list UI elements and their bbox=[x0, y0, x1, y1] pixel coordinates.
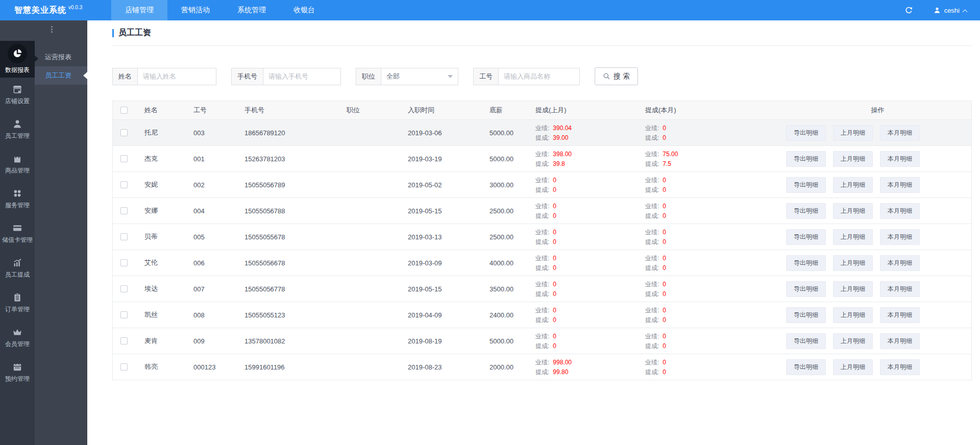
position-select[interactable]: 全部 bbox=[381, 68, 458, 85]
this-month-detail-button[interactable]: 本月明细 bbox=[880, 281, 920, 297]
name-filter-label: 姓名 bbox=[112, 68, 137, 85]
row-checkbox[interactable] bbox=[120, 181, 128, 188]
sidebar-item-store-settings[interactable]: 店铺设置 bbox=[0, 78, 35, 112]
export-detail-button[interactable]: 导出明细 bbox=[786, 125, 826, 141]
last-month-detail-button[interactable]: 上月明细 bbox=[833, 177, 873, 193]
row-checkbox[interactable] bbox=[120, 129, 128, 136]
title-accent-bar bbox=[112, 29, 114, 37]
sidebar-item-member-management[interactable]: 会员管理 bbox=[0, 320, 35, 355]
this-month-commission: 业绩:0 提成:0 bbox=[636, 254, 784, 272]
row-actions: 导出明细 上月明细 本月明细 bbox=[784, 151, 971, 167]
employee-phone: 15055055678 bbox=[235, 233, 337, 241]
export-detail-button[interactable]: 导出明细 bbox=[786, 229, 826, 245]
export-detail-button[interactable]: 导出明细 bbox=[786, 203, 826, 219]
sidebar-item-employee-management[interactable]: 员工管理 bbox=[0, 112, 35, 147]
filter-position: 职位 全部 bbox=[356, 68, 458, 85]
col-header-position: 职位 bbox=[337, 106, 399, 115]
this-month-detail-button[interactable]: 本月明细 bbox=[880, 333, 920, 349]
last-month-detail-button[interactable]: 上月明细 bbox=[833, 333, 873, 349]
last-month-detail-button[interactable]: 上月明细 bbox=[833, 359, 873, 375]
sidebar-item-stored-value-card[interactable]: 储值卡管理 bbox=[0, 216, 35, 251]
last-month-detail-button[interactable]: 上月明细 bbox=[833, 151, 873, 167]
sidebar-item-order-management[interactable]: 订单管理 bbox=[0, 286, 35, 320]
export-detail-button[interactable]: 导出明细 bbox=[786, 359, 826, 375]
employee-name: 凯丝 bbox=[135, 310, 184, 319]
base-salary: 2000.00 bbox=[480, 363, 526, 371]
row-checkbox[interactable] bbox=[120, 155, 128, 162]
row-checkbox[interactable] bbox=[120, 285, 128, 292]
last-month-detail-button[interactable]: 上月明细 bbox=[833, 281, 873, 297]
export-detail-button[interactable]: 导出明细 bbox=[786, 177, 826, 193]
last-month-detail-button[interactable]: 上月明细 bbox=[833, 255, 873, 271]
col-header-hire-date: 入职时间 bbox=[399, 106, 480, 115]
this-month-commission-value: 0 bbox=[663, 316, 666, 324]
export-detail-button[interactable]: 导出明细 bbox=[786, 281, 826, 297]
row-checkbox[interactable] bbox=[120, 233, 128, 240]
phone-input[interactable] bbox=[263, 68, 341, 85]
refresh-icon[interactable] bbox=[904, 6, 913, 15]
this-month-detail-button[interactable]: 本月明细 bbox=[880, 255, 920, 271]
username: ceshi bbox=[944, 7, 960, 14]
employee-phone: 15055056789 bbox=[235, 181, 337, 189]
submenu-item-operation-reports[interactable]: 运营报表 bbox=[35, 48, 87, 66]
sidebar-item-data-reports[interactable]: 数据报表 bbox=[0, 41, 35, 78]
row-checkbox[interactable] bbox=[120, 207, 128, 214]
this-month-detail-button[interactable]: 本月明细 bbox=[880, 177, 920, 193]
main-menu: 店铺管理 营销活动 系统管理 收银台 bbox=[111, 0, 329, 20]
search-button[interactable]: 搜 索 bbox=[595, 67, 638, 85]
sidebar-item-employee-commission[interactable]: 员工提成 bbox=[0, 251, 35, 286]
select-all-checkbox[interactable] bbox=[120, 107, 128, 114]
row-checkbox[interactable] bbox=[120, 311, 128, 318]
this-month-detail-button[interactable]: 本月明细 bbox=[880, 307, 920, 323]
menu-item-store-management[interactable]: 店铺管理 bbox=[111, 0, 167, 20]
row-checkbox[interactable] bbox=[120, 337, 128, 344]
employee-id: 009 bbox=[184, 337, 235, 345]
sidebar-item-appointment-management[interactable]: 预约管理 bbox=[0, 355, 35, 390]
table-row: 安娜 004 15055056788 2019-05-15 2500.00 业绩… bbox=[113, 197, 971, 224]
row-actions: 导出明细 上月明细 本月明细 bbox=[784, 255, 971, 271]
this-month-detail-button[interactable]: 本月明细 bbox=[880, 359, 920, 375]
this-month-performance-value: 0 bbox=[663, 307, 666, 314]
this-month-detail-button[interactable]: 本月明细 bbox=[880, 125, 920, 141]
menu-item-system[interactable]: 系统管理 bbox=[224, 0, 280, 20]
export-detail-button[interactable]: 导出明细 bbox=[786, 255, 826, 271]
phone-filter-label: 手机号 bbox=[231, 68, 263, 85]
sidebar-item-product-management[interactable]: 商品管理 bbox=[0, 147, 35, 182]
last-month-detail-button[interactable]: 上月明细 bbox=[833, 203, 873, 219]
submenu-item-employee-salary[interactable]: 员工工资 bbox=[35, 66, 87, 85]
employee-phone: 15055056788 bbox=[235, 207, 337, 215]
employee-phone: 15055056778 bbox=[235, 285, 337, 293]
left-panel: 数据报表 店铺设置 员工管理 商品管理 服务管理 储值卡管理 bbox=[0, 20, 87, 445]
hire-date: 2019-04-09 bbox=[399, 311, 480, 319]
menu-item-cashier[interactable]: 收银台 bbox=[280, 0, 329, 20]
sidebar-item-service-management[interactable]: 服务管理 bbox=[0, 182, 35, 216]
crown-icon bbox=[12, 327, 22, 337]
table-row: 韩亮 000123 15991601196 2019-08-23 2000.00… bbox=[113, 354, 971, 380]
last-month-detail-button[interactable]: 上月明细 bbox=[833, 125, 873, 141]
row-checkbox[interactable] bbox=[120, 363, 128, 370]
row-actions: 导出明细 上月明细 本月明细 bbox=[784, 281, 971, 297]
last-month-detail-button[interactable]: 上月明细 bbox=[833, 307, 873, 323]
position-filter-label: 职位 bbox=[356, 68, 381, 85]
last-month-detail-button[interactable]: 上月明细 bbox=[833, 229, 873, 245]
this-month-performance-value: 0 bbox=[663, 255, 666, 262]
user-menu[interactable]: ceshi bbox=[934, 7, 967, 14]
last-month-performance-value: 998.00 bbox=[553, 359, 572, 366]
employee-id-input[interactable] bbox=[498, 68, 580, 85]
this-month-detail-button[interactable]: 本月明细 bbox=[880, 203, 920, 219]
filter-employee-id: 工号 bbox=[473, 68, 580, 85]
menu-item-marketing[interactable]: 营销活动 bbox=[167, 0, 224, 20]
this-month-detail-button[interactable]: 本月明细 bbox=[880, 229, 920, 245]
this-month-detail-button[interactable]: 本月明细 bbox=[880, 151, 920, 167]
base-salary: 2500.00 bbox=[480, 207, 526, 215]
row-checkbox[interactable] bbox=[120, 259, 128, 266]
export-detail-button[interactable]: 导出明细 bbox=[786, 307, 826, 323]
last-month-performance-value: 0 bbox=[553, 333, 556, 340]
more-dots-icon[interactable] bbox=[51, 26, 53, 33]
export-detail-button[interactable]: 导出明细 bbox=[786, 151, 826, 167]
last-month-commission-value: 0 bbox=[553, 316, 556, 324]
export-detail-button[interactable]: 导出明细 bbox=[786, 333, 826, 349]
name-input[interactable] bbox=[137, 68, 216, 85]
pie-chart-icon bbox=[8, 44, 27, 63]
employee-name: 托尼 bbox=[135, 128, 184, 137]
